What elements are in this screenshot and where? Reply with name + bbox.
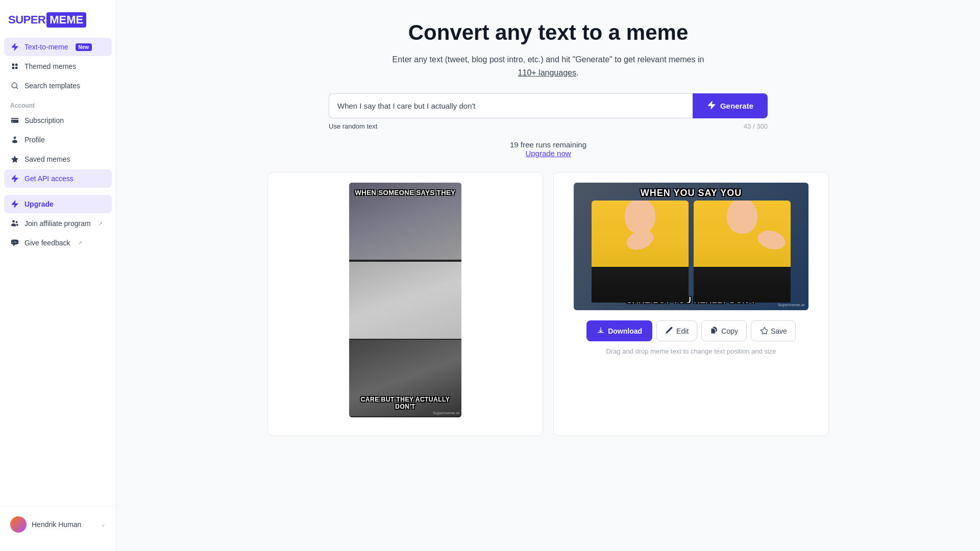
save-star-icon [760, 326, 768, 336]
sidebar: SUPER MEME Text-to-meme New Themed memes… [0, 0, 116, 551]
input-meta: Use random text 43 / 300 [329, 122, 768, 130]
sidebar-item-search-templates[interactable]: Search templates [4, 77, 112, 95]
meme-card-right: WHEN YOU SAY YOU [553, 172, 829, 436]
main-nav: Text-to-meme New Themed memes Search tem… [0, 38, 116, 96]
upgrade-lightning-icon [10, 199, 19, 209]
account-nav: Subscription Profile Saved memes Get API… [0, 111, 116, 189]
sidebar-item-give-feedback-label: Give feedback [24, 239, 70, 247]
sidebar-item-text-to-meme-label: Text-to-meme [24, 43, 68, 51]
drag-hint: Drag and drop meme text to change text p… [606, 347, 776, 355]
download-button[interactable]: Download [586, 320, 652, 341]
sidebar-bottom: Hendrik Human ⌄ [0, 506, 116, 543]
upgrade-now-link[interactable]: Upgrade now [525, 149, 571, 158]
meme-left-text-bottom: CARE BUT THEY ACTUALLY DON'T [349, 394, 461, 412]
sidebar-item-subscription[interactable]: Subscription [4, 111, 112, 130]
sidebar-item-get-api-access[interactable]: Get API access [4, 169, 112, 188]
download-label: Download [608, 327, 642, 335]
meme-grid: WHEN SOMEONE SAYS THEY CARE BUT THEY ACT… [267, 172, 829, 436]
meme-left-image: WHEN SOMEONE SAYS THEY CARE BUT THEY ACT… [278, 183, 532, 417]
text-input-row: Generate [329, 93, 768, 118]
account-section-label: Account [0, 96, 116, 111]
sidebar-item-upgrade[interactable]: Upgrade [4, 195, 112, 213]
hero-title: Convert any text to a meme [147, 20, 949, 45]
sidebar-item-saved-memes[interactable]: Saved memes [4, 150, 112, 168]
affiliate-person-icon [10, 219, 19, 228]
logo-super-text: SUPER [8, 13, 45, 27]
edit-button[interactable]: Edit [656, 320, 697, 341]
chevron-down-icon: ⌄ [101, 521, 106, 528]
edit-icon [665, 326, 673, 336]
sidebar-item-text-to-meme[interactable]: Text-to-meme New [4, 38, 112, 56]
meme-text-input[interactable] [329, 93, 693, 118]
edit-label: Edit [676, 327, 689, 335]
user-name: Hendrik Human [32, 520, 81, 529]
external-link-icon-feedback: ↗ [78, 240, 82, 246]
api-lightning-icon [10, 174, 19, 183]
languages-link[interactable]: 110+ languages [518, 68, 576, 77]
meme-right-watermark: Supermeme.ai [778, 303, 804, 307]
copy-label: Copy [721, 327, 738, 335]
user-menu[interactable]: Hendrik Human ⌄ [4, 512, 112, 537]
sidebar-item-search-templates-label: Search templates [24, 82, 80, 90]
meme-left-watermark: Supermeme.ai [433, 411, 459, 415]
save-button[interactable]: Save [751, 320, 796, 341]
generate-icon [707, 101, 716, 111]
sidebar-item-give-feedback[interactable]: Give feedback ↗ [4, 234, 112, 252]
runs-message: 19 free runs remaining [510, 140, 586, 149]
comment-icon [10, 238, 19, 247]
download-icon [597, 326, 605, 336]
meme-card-left: WHEN SOMEONE SAYS THEY CARE BUT THEY ACT… [267, 172, 543, 436]
sidebar-item-themed-memes[interactable]: Themed memes [4, 57, 112, 76]
avatar [10, 516, 27, 533]
copy-icon [710, 326, 718, 336]
logo-meme-text: MEME [46, 12, 86, 28]
meme-right-visual: WHEN YOU SAY YOU [574, 183, 808, 310]
sidebar-item-join-affiliate-label: Join affiliate program [24, 219, 91, 228]
main-content: Convert any text to a meme Enter any tex… [116, 0, 980, 551]
sidebar-item-profile-label: Profile [24, 136, 45, 144]
lightning-icon [10, 42, 19, 52]
new-badge: New [76, 43, 92, 51]
char-count: 43 / 300 [744, 122, 768, 130]
meme-action-row: Download Edit Copy [586, 320, 796, 341]
meme-right-text-top: WHEN YOU SAY YOU [574, 188, 808, 198]
meme-right-image: WHEN YOU SAY YOU [564, 183, 818, 310]
sidebar-item-themed-memes-label: Themed memes [24, 62, 76, 70]
external-link-icon-affiliate: ↗ [98, 220, 103, 227]
card-icon [10, 116, 19, 125]
hero-subtitle: Enter any text (tweet, blog post intro, … [147, 53, 949, 79]
logo[interactable]: SUPER MEME [8, 12, 108, 28]
star-icon [10, 155, 19, 164]
sidebar-item-saved-memes-label: Saved memes [24, 155, 70, 163]
grid-icon [10, 62, 19, 71]
use-random-text-link[interactable]: Use random text [329, 122, 377, 130]
runs-info: 19 free runs remaining Upgrade now [147, 140, 949, 158]
sidebar-item-upgrade-label: Upgrade [24, 200, 54, 208]
meme-left-visual: WHEN SOMEONE SAYS THEY CARE BUT THEY ACT… [349, 183, 461, 417]
save-label: Save [771, 327, 787, 335]
sidebar-item-subscription-label: Subscription [24, 116, 64, 124]
copy-button[interactable]: Copy [701, 320, 747, 341]
generate-label: Generate [720, 102, 753, 110]
upgrade-nav: Upgrade Join affiliate program ↗ Give fe… [0, 195, 116, 253]
search-icon [10, 81, 19, 90]
sidebar-item-get-api-access-label: Get API access [24, 174, 74, 183]
person-icon [10, 135, 19, 144]
generate-button[interactable]: Generate [693, 93, 768, 118]
logo-area: SUPER MEME [0, 8, 116, 38]
meme-left-text-top: WHEN SOMEONE SAYS THEY [349, 187, 461, 198]
sidebar-item-profile[interactable]: Profile [4, 131, 112, 149]
sidebar-item-join-affiliate[interactable]: Join affiliate program ↗ [4, 214, 112, 233]
